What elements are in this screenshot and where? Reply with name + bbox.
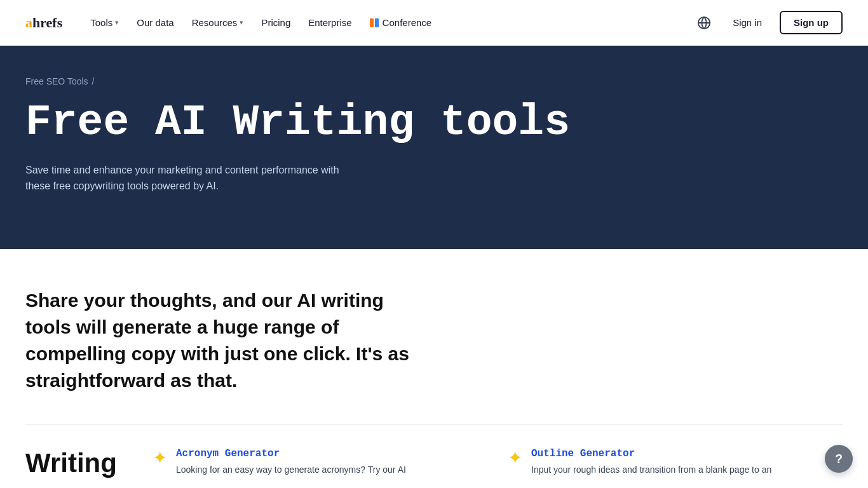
nav-right: Sign in Sign up: [693, 11, 843, 34]
nav-links: Tools ▾ Our data Resources ▾ Pricing Ent…: [83, 12, 693, 33]
acronym-generator-desc: Looking for an easy way to generate acro…: [176, 463, 406, 477]
nav-resources[interactable]: Resources ▾: [184, 12, 252, 33]
navigation: ahrefs Tools ▾ Our data Resources ▾ Pric…: [0, 0, 868, 46]
section-divider: [25, 424, 843, 425]
resources-chevron-icon: ▾: [240, 18, 243, 27]
sign-in-button[interactable]: Sign in: [725, 12, 770, 33]
breadcrumb-separator: /: [92, 76, 95, 86]
hero-section: Free SEO Tools / Free AI Writing tools S…: [0, 46, 868, 249]
help-button[interactable]: ?: [825, 445, 853, 473]
logo-a: a: [25, 15, 32, 31]
tools-chevron-icon: ▾: [115, 18, 119, 27]
hero-title: Free AI Writing tools: [25, 99, 597, 147]
nav-resources-label: Resources: [192, 17, 238, 28]
nav-conference-label: Conference: [383, 17, 432, 28]
nav-enterprise[interactable]: Enterprise: [301, 12, 359, 33]
nav-conference[interactable]: Conference: [362, 12, 440, 33]
nav-pricing[interactable]: Pricing: [254, 12, 298, 33]
tool-info-acronym: Acronym Generator Looking for an easy wa…: [176, 448, 406, 477]
conference-icon: [370, 18, 379, 27]
sparkle-icon-2: ✦: [508, 449, 522, 467]
intro-text: Share your thoughts, and our AI writing …: [25, 287, 419, 394]
language-button[interactable]: [693, 12, 715, 34]
tool-info-outline: Outline Generator Input your rough ideas…: [531, 448, 771, 477]
outline-generator-link[interactable]: Outline Generator: [531, 448, 771, 459]
globe-icon: [697, 16, 711, 30]
nav-our-data-label: Our data: [137, 17, 173, 28]
tools-grid: ✦ Acronym Generator Looking for an easy …: [153, 448, 843, 477]
nav-tools-label: Tools: [90, 17, 112, 28]
breadcrumb-link[interactable]: Free SEO Tools: [25, 76, 88, 86]
nav-our-data[interactable]: Our data: [129, 12, 181, 33]
sign-up-button[interactable]: Sign up: [780, 11, 843, 34]
main-content: Share your thoughts, and our AI writing …: [0, 249, 868, 488]
nav-enterprise-label: Enterprise: [308, 17, 351, 28]
tool-card-outline: ✦ Outline Generator Input your rough ide…: [508, 448, 843, 477]
writing-section-title: Writing: [25, 448, 153, 478]
hero-description: Save time and enhance your marketing and…: [25, 162, 356, 194]
nav-pricing-label: Pricing: [261, 17, 290, 28]
nav-tools[interactable]: Tools ▾: [83, 12, 126, 33]
acronym-generator-link[interactable]: Acronym Generator: [176, 448, 406, 459]
tool-card-acronym: ✦ Acronym Generator Looking for an easy …: [153, 448, 487, 477]
logo-hrefs: hrefs: [32, 15, 62, 31]
writing-section: Writing ✦ Acronym Generator Looking for …: [25, 448, 843, 478]
outline-generator-desc: Input your rough ideas and transition fr…: [531, 463, 771, 477]
logo[interactable]: ahrefs: [25, 15, 62, 31]
sparkle-icon-1: ✦: [153, 449, 167, 467]
breadcrumb: Free SEO Tools /: [25, 76, 843, 86]
